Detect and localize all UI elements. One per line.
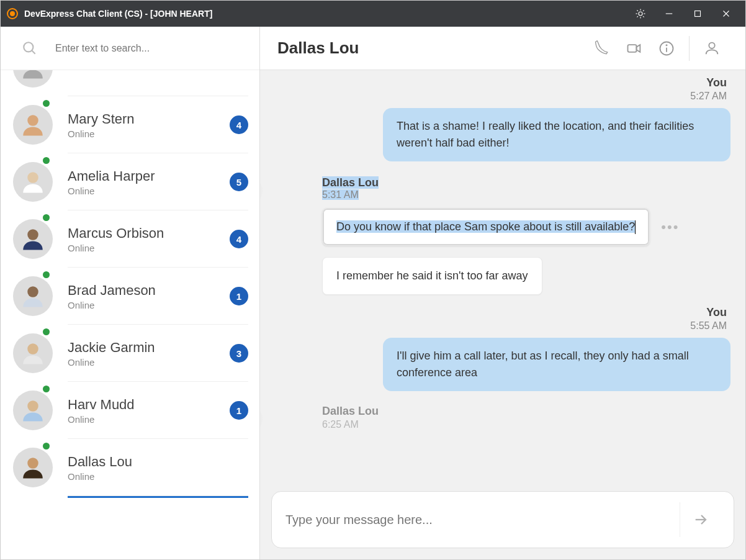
message-bubble[interactable]: Do you know if that place Sam spoke abou… bbox=[322, 208, 650, 246]
unread-badge: 1 bbox=[230, 401, 248, 420]
more-icon[interactable]: ••• bbox=[661, 219, 679, 235]
contact-status: Online bbox=[68, 471, 248, 482]
message-group: You 5:27 AM That is a shame! I really li… bbox=[275, 76, 730, 161]
app-icon bbox=[7, 8, 18, 19]
message-group: Dallas Lou 6:25 AM bbox=[275, 405, 730, 430]
avatar bbox=[13, 448, 53, 487]
titlebar: DevExpress Chat Client (CS) - [JOHN HEAR… bbox=[1, 1, 745, 27]
avatar bbox=[260, 176, 263, 205]
svg-line-6 bbox=[643, 16, 644, 17]
contact-status: Online bbox=[68, 357, 230, 368]
message-time: 5:31 AM bbox=[322, 189, 359, 200]
presence-dot bbox=[43, 328, 50, 335]
presence-dot bbox=[43, 100, 50, 107]
unread-badge: 1 bbox=[230, 287, 248, 305]
unread-badge: 4 bbox=[230, 115, 248, 134]
list-item[interactable]: Marcus OrbisonOnline 4 bbox=[1, 210, 259, 268]
svg-point-16 bbox=[27, 115, 38, 126]
message-group: You 5:55 AM I'll give him a call later, … bbox=[275, 306, 730, 391]
avatar bbox=[13, 162, 53, 202]
list-item[interactable]: Jackie GarminOnline 3 bbox=[1, 325, 259, 382]
avatar bbox=[13, 70, 53, 88]
call-button[interactable] bbox=[586, 32, 618, 65]
svg-point-0 bbox=[639, 12, 642, 16]
svg-line-8 bbox=[643, 10, 644, 11]
contact-status: Online bbox=[68, 186, 230, 196]
unread-badge: 3 bbox=[230, 344, 248, 363]
list-item[interactable] bbox=[1, 70, 259, 96]
avatar bbox=[13, 219, 53, 259]
chat-title: Dallas Lou bbox=[277, 38, 586, 58]
contact-name: Dallas Lou bbox=[68, 454, 248, 470]
chat-panel: Dallas Lou You 5:27 AM That is a shame! … bbox=[260, 27, 745, 559]
send-button[interactable] bbox=[683, 501, 720, 538]
message-group: Dallas Lou 5:31 AM Do you know if that p… bbox=[275, 176, 730, 295]
svg-rect-10 bbox=[695, 11, 701, 17]
contact-name: Harv Mudd bbox=[68, 397, 230, 413]
theme-icon[interactable] bbox=[626, 1, 655, 27]
message-input[interactable] bbox=[285, 513, 680, 527]
video-button[interactable] bbox=[618, 32, 650, 65]
maximize-button[interactable] bbox=[683, 1, 712, 27]
svg-line-7 bbox=[637, 16, 638, 17]
presence-dot bbox=[43, 214, 50, 221]
text-caret bbox=[635, 220, 636, 234]
search-bar[interactable] bbox=[1, 27, 259, 70]
contact-list[interactable]: Mary SternOnline 4 Amelia HarperOnline 5… bbox=[1, 70, 259, 559]
contact-status: Online bbox=[68, 300, 230, 310]
search-input[interactable] bbox=[55, 43, 204, 54]
contact-status: Online bbox=[68, 414, 230, 425]
contact-name: Marcus Orbison bbox=[68, 225, 230, 242]
profile-button[interactable] bbox=[696, 32, 728, 65]
contact-name: Mary Stern bbox=[68, 111, 230, 127]
svg-point-18 bbox=[27, 229, 38, 240]
contact-name: Jackie Garmin bbox=[68, 340, 230, 356]
list-item[interactable]: Harv MuddOnline 1 bbox=[1, 382, 259, 439]
list-item[interactable]: Mary SternOnline 4 bbox=[1, 96, 259, 153]
contact-status: Online bbox=[68, 129, 230, 139]
svg-point-13 bbox=[24, 42, 33, 52]
svg-point-27 bbox=[709, 42, 714, 48]
message-composer[interactable] bbox=[271, 491, 734, 548]
presence-dot bbox=[43, 271, 50, 278]
svg-point-17 bbox=[27, 172, 38, 183]
list-item[interactable]: Brad JamesonOnline 1 bbox=[1, 268, 259, 325]
unread-badge: 4 bbox=[230, 230, 248, 248]
message-bubble[interactable]: I'll give him a call later, but as I rec… bbox=[383, 338, 730, 391]
chat-header: Dallas Lou bbox=[260, 27, 745, 70]
presence-dot bbox=[43, 386, 50, 392]
presence-dot bbox=[43, 157, 50, 164]
info-button[interactable] bbox=[650, 32, 683, 65]
list-item[interactable]: Dallas LouOnline bbox=[1, 439, 259, 496]
sender-label: Dallas Lou bbox=[322, 176, 379, 189]
close-button[interactable] bbox=[712, 1, 740, 27]
svg-rect-23 bbox=[628, 45, 637, 52]
contact-name: Amelia Harper bbox=[68, 168, 230, 184]
message-time: 6:25 AM bbox=[322, 419, 359, 430]
svg-point-22 bbox=[27, 458, 38, 469]
avatar bbox=[13, 105, 53, 145]
message-bubble[interactable]: That is a shame! I really liked the loca… bbox=[383, 108, 730, 161]
message-time: 5:55 AM bbox=[690, 320, 727, 332]
sender-label: Dallas Lou bbox=[322, 405, 379, 418]
presence-dot bbox=[43, 443, 50, 449]
avatar bbox=[13, 391, 53, 430]
svg-line-14 bbox=[32, 50, 35, 53]
unread-badge: 5 bbox=[230, 173, 248, 191]
minimize-button[interactable] bbox=[655, 1, 683, 27]
svg-point-26 bbox=[666, 45, 667, 45]
search-icon bbox=[22, 40, 38, 56]
avatar bbox=[13, 276, 53, 316]
window-title: DevExpress Chat Client (CS) - [JOHN HEAR… bbox=[24, 9, 212, 19]
svg-point-20 bbox=[27, 343, 38, 355]
contact-status: Online bbox=[68, 243, 230, 253]
contact-name: Brad Jameson bbox=[68, 282, 230, 299]
svg-point-19 bbox=[27, 286, 38, 297]
list-item[interactable]: Amelia HarperOnline 5 bbox=[1, 153, 259, 210]
avatar bbox=[13, 333, 53, 373]
message-time: 5:27 AM bbox=[690, 91, 727, 102]
message-bubble[interactable]: I remember he said it isn't too far away bbox=[322, 257, 542, 295]
sidebar: Mary SternOnline 4 Amelia HarperOnline 5… bbox=[1, 27, 260, 559]
svg-point-21 bbox=[27, 400, 38, 412]
message-list[interactable]: You 5:27 AM That is a shame! I really li… bbox=[260, 70, 745, 559]
